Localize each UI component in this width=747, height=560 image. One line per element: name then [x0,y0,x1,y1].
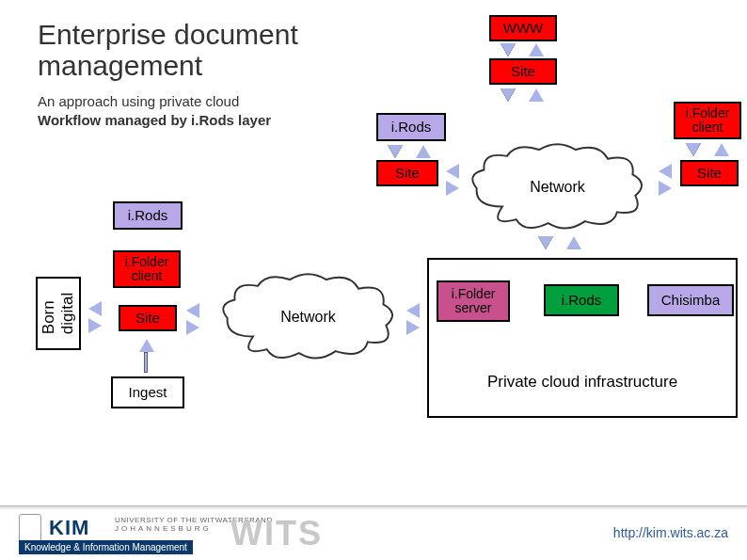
www-box: WWW [489,15,557,41]
title-line1: Enterprise document [38,19,298,50]
kim-text: KIM [49,516,89,540]
site-box-left: Site [119,305,177,331]
irods-box: i.Rods [376,113,446,141]
network-label: Network [466,179,649,196]
chisimba-label: Chisimba [661,293,721,309]
title-line2: management [38,50,202,81]
www-label: WWW [503,21,543,37]
ifolder-server-label: i.Folderserver [452,287,496,316]
ifolder-client-label: i.Folderclient [686,106,730,136]
irods-label: i.Rods [562,293,602,309]
subtitle-line1: An approach using private cloud [38,93,239,109]
born-digital-label: Borndigital [40,293,77,334]
chisimba-box: Chisimba [647,284,734,316]
irods-box-left: i.Rods [113,201,183,230]
irods-label: i.Rods [128,208,168,224]
footer: KIM UNIVERSITY OF THE WITWATERSRAND JOHA… [0,505,747,560]
ifolder-client-label: i.Folderclient [125,255,169,284]
ifolder-client-box-left: i.Folderclient [113,250,181,288]
private-cloud-label: Private cloud infrastructure [429,373,736,392]
site-box-mid: Site [376,160,438,186]
irods-label: i.Rods [391,120,432,136]
footer-url[interactable]: http://kim.wits.ac.za [613,525,728,540]
site-label: Site [395,166,420,182]
footer-wits: WITS [230,514,323,553]
ifolder-client-box: i.Folderclient [674,102,741,139]
page-title: Enterprise document management [38,19,298,81]
ingest-box: Ingest [111,376,184,408]
site-box-top: Site [489,58,557,85]
site-box-right: Site [680,160,739,186]
crest-icon [19,514,41,542]
ifolder-server-box: i.Folderserver [437,280,510,322]
city-label: JOHANNESBURG [115,524,212,533]
page-subtitle: An approach using private cloud Workflow… [38,92,271,129]
footer-brand: KIM [19,514,89,542]
network-cloud-left: Network [216,271,400,365]
irods-box-green: i.Rods [544,284,619,316]
site-label: Site [697,166,722,182]
network-cloud-top: Network [466,141,649,235]
footer-tagline: Knowledge & Information Management [19,540,193,554]
ingest-label: Ingest [129,385,167,401]
subtitle-line2: Workflow managed by i.Rods layer [38,112,271,128]
site-label: Site [135,311,160,327]
arrow-shaft [144,352,148,373]
born-digital-box: Borndigital [36,277,81,350]
site-label: Site [511,64,535,80]
network-label: Network [216,309,400,326]
